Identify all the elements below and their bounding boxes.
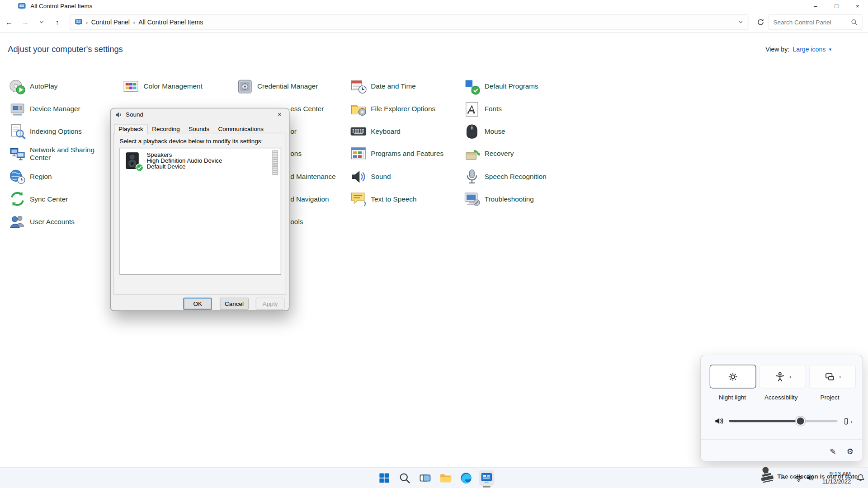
cp-item-indexing-options[interactable]: Indexing Options <box>9 120 120 143</box>
fonts-icon <box>463 100 481 117</box>
cp-item-text-to-speech[interactable]: Text to Speech <box>350 188 461 211</box>
playback-device-list: Speakers High Definition Audio Device De… <box>119 148 281 275</box>
taskbar: 9:13 AM 11/12/2022 <box>0 467 868 488</box>
task-view-icon <box>419 471 432 484</box>
hidden-icons-chevron-icon[interactable] <box>780 474 787 481</box>
cp-item-network-and-sharing-center[interactable]: Network and Sharing Center <box>9 143 120 165</box>
cp-item-date-and-time[interactable]: Date and Time <box>350 75 461 98</box>
cp-item-label: Region <box>30 173 52 180</box>
output-chevron-icon: › <box>851 418 853 424</box>
ok-button[interactable]: OK <box>183 298 212 310</box>
cp-item-label: Recovery <box>485 150 514 158</box>
cp-item-label: Default Programs <box>485 83 538 90</box>
cp-item-label: Mouse <box>485 128 505 136</box>
cp-item-label: Color Management <box>144 83 203 90</box>
network-sharing-center-icon <box>9 145 26 163</box>
speakers-device-icon <box>123 152 142 171</box>
task-view-button[interactable] <box>417 470 433 485</box>
tab-playback[interactable]: Playback <box>114 124 147 134</box>
credential-manager-icon <box>236 78 253 95</box>
tab-communications[interactable]: Communications <box>214 124 268 134</box>
volume-slider-fill <box>729 420 801 422</box>
qs-tile-night-light[interactable] <box>710 365 756 389</box>
cp-item-color-management[interactable]: Color Management <box>123 75 233 98</box>
cp-item-label: or <box>290 128 297 136</box>
sound-dialog-tabs: PlaybackRecordingSoundsCommunications <box>114 124 268 134</box>
cp-item-mouse[interactable]: Mouse <box>463 120 574 143</box>
night-light-icon <box>727 371 738 382</box>
notification-bell-icon[interactable] <box>856 474 864 482</box>
tab-recording[interactable]: Recording <box>147 124 184 134</box>
cp-item-label: Troubleshooting <box>485 195 534 203</box>
cp-item-speech-recognition[interactable]: Speech Recognition <box>463 165 574 188</box>
cp-item-autoplay[interactable]: AutoPlay <box>9 75 120 98</box>
keyboard-icon <box>350 123 367 140</box>
clock-time: 9:13 AM <box>822 470 851 478</box>
start-icon <box>377 471 391 484</box>
cp-item-file-explorer-options[interactable]: File Explorer Options <box>350 98 461 120</box>
programs-features-icon <box>350 145 367 163</box>
cp-item-label: Fonts <box>485 105 502 113</box>
mouse-icon <box>463 123 481 140</box>
qs-tile-accessibility[interactable]: › <box>760 365 806 389</box>
cp-item-label: File Explorer Options <box>371 105 435 113</box>
quick-settings-panel: ›› Night lightAccessibilityProject › ✎ ⚙ <box>700 355 863 461</box>
project-icon <box>824 371 835 382</box>
clock[interactable]: 9:13 AM 11/12/2022 <box>822 470 851 485</box>
file-explorer-icon <box>439 471 452 484</box>
edit-quick-settings-icon[interactable]: ✎ <box>830 447 836 456</box>
recovery-icon <box>463 145 481 163</box>
cp-item-label: d Maintenance <box>290 173 335 180</box>
volume-slider[interactable] <box>729 420 838 422</box>
tab-sounds[interactable]: Sounds <box>184 124 213 134</box>
cp-item-programs-and-features[interactable]: Programs and Features <box>350 143 461 165</box>
audio-output-picker[interactable]: › <box>842 418 852 425</box>
desktop: All Control Panel Items – □ × ← → ↑ › Co… <box>0 0 868 488</box>
device-manager-icon <box>9 100 26 117</box>
edge-button[interactable] <box>458 470 474 485</box>
cp-item-default-programs[interactable]: Default Programs <box>463 75 574 98</box>
chevron-right-icon: › <box>839 374 841 380</box>
playback-tab-page: Select a playback device below to modify… <box>113 133 286 295</box>
sound-dialog-titlebar[interactable]: Sound × <box>111 108 289 121</box>
network-volume-tray[interactable] <box>793 472 817 484</box>
cp-item-sound[interactable]: Sound <box>350 165 461 188</box>
search-button[interactable] <box>397 470 412 485</box>
cp-item-device-manager[interactable]: Device Manager <box>9 98 120 120</box>
device-status: Default Device <box>146 164 222 169</box>
start-button[interactable] <box>377 470 392 485</box>
speech-recognition-icon <box>463 168 481 185</box>
cp-item-user-accounts[interactable]: User Accounts <box>9 211 120 233</box>
wifi-icon <box>794 474 803 483</box>
qs-tile-label-project: Project <box>807 392 852 401</box>
autoplay-icon <box>9 78 26 95</box>
date-time-icon <box>350 78 367 95</box>
clock-date: 11/12/2022 <box>822 478 851 485</box>
accessibility-icon <box>774 371 785 382</box>
color-management-icon <box>123 78 140 95</box>
sound-dialog-close-icon[interactable]: × <box>271 108 288 121</box>
cp-item-region[interactable]: Region <box>9 165 120 188</box>
volume-slider-knob[interactable] <box>796 416 805 426</box>
search-icon <box>398 471 411 484</box>
control-panel-app-button[interactable] <box>479 470 494 485</box>
file-explorer-button[interactable] <box>438 470 453 485</box>
sound-dialog: Sound × PlaybackRecordingSoundsCommunica… <box>110 108 290 311</box>
device-text-block: Speakers High Definition Audio Device De… <box>146 152 222 170</box>
settings-gear-icon[interactable]: ⚙ <box>847 447 854 456</box>
cp-item-label: Programs and Features <box>371 150 443 158</box>
cp-item-troubleshooting[interactable]: Troubleshooting <box>463 188 574 211</box>
cp-item-label: Speech Recognition <box>485 173 547 180</box>
cancel-button[interactable]: Cancel <box>220 298 249 310</box>
cp-item-recovery[interactable]: Recovery <box>463 143 574 165</box>
troubleshooting-icon <box>463 191 481 208</box>
playback-device-speakers[interactable]: Speakers High Definition Audio Device De… <box>123 152 222 171</box>
qs-tile-project[interactable]: › <box>809 365 856 389</box>
volume-speaker-icon[interactable] <box>714 416 724 426</box>
cp-item-label: ons <box>290 150 302 158</box>
cp-item-fonts[interactable]: Fonts <box>463 98 574 120</box>
cp-item-keyboard[interactable]: Keyboard <box>350 120 461 143</box>
cp-item-sync-center[interactable]: Sync Center <box>9 188 120 211</box>
cp-item-credential-manager[interactable]: Credential Manager <box>236 75 347 98</box>
apply-button[interactable]: Apply <box>256 298 285 310</box>
